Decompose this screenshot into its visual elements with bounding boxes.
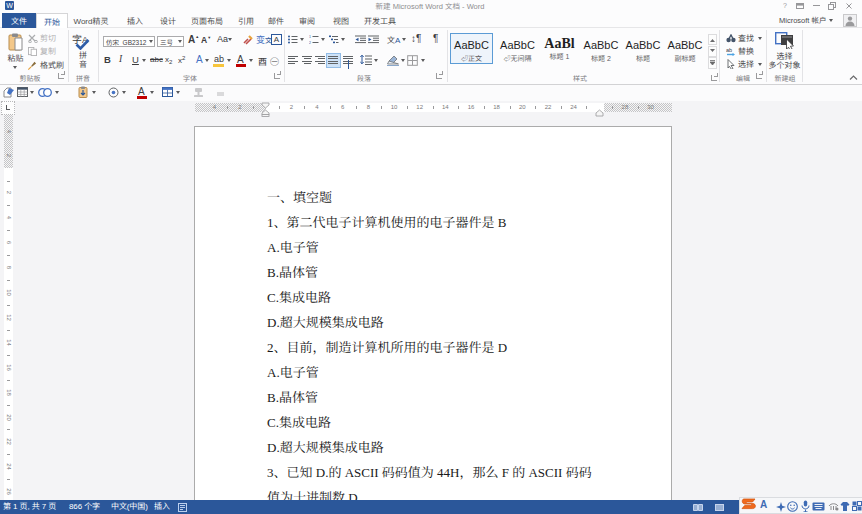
svg-text:1: 1 — [309, 35, 311, 39]
svg-text:W: W — [6, 2, 13, 9]
svg-text:2: 2 — [309, 41, 311, 44]
svg-text:ab: ab — [726, 47, 732, 53]
